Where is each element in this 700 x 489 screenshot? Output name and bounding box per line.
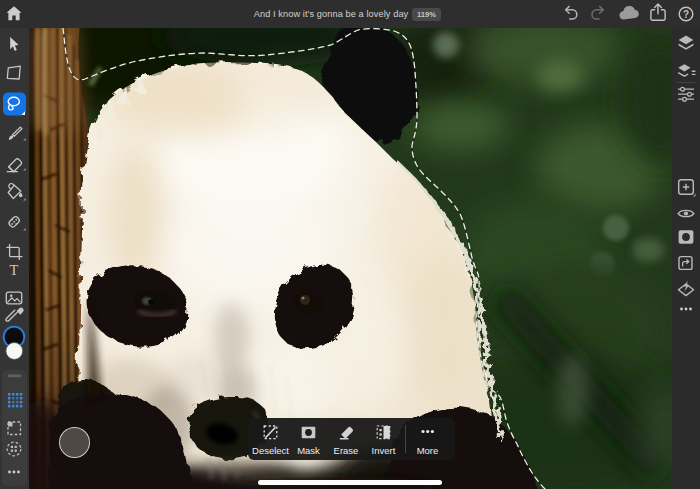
svg-text:T: T <box>10 262 19 278</box>
svg-text:?: ? <box>683 9 689 20</box>
